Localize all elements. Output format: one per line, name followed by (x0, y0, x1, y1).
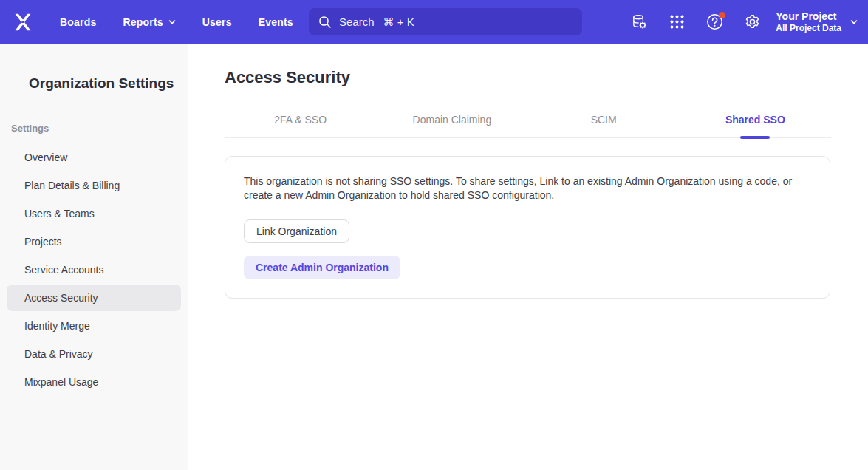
primary-nav: Boards Reports Users Events (60, 16, 293, 28)
chevron-down-icon (850, 18, 858, 26)
nav-reports-label: Reports (123, 16, 163, 28)
nav-users-label: Users (202, 16, 232, 28)
tab-2fa-sso[interactable]: 2FA & SSO (225, 114, 376, 137)
nav-users[interactable]: Users (202, 16, 232, 28)
search-shortcut: ⌘ + K (383, 16, 414, 29)
shared-sso-card: This organization is not sharing SSO set… (225, 156, 830, 299)
create-admin-organization-button[interactable]: Create Admin Organization (244, 256, 400, 279)
search-placeholder: Search (339, 16, 375, 28)
nav-events[interactable]: Events (259, 16, 293, 28)
project-meta: Your Project All Project Data (776, 10, 841, 34)
tab-domain-claiming-label: Domain Claiming (413, 114, 492, 126)
sidebar-item-identity-merge[interactable]: Identity Merge (7, 313, 181, 339)
nav-reports[interactable]: Reports (123, 16, 175, 28)
project-data-scope: All Project Data (776, 23, 841, 34)
sidebar-section-label: Settings (11, 123, 188, 134)
top-navigation-bar: Boards Reports Users Events Search ⌘ + K (0, 0, 868, 44)
mixpanel-app: Boards Reports Users Events Search ⌘ + K (0, 0, 868, 470)
link-organization-button[interactable]: Link Organization (244, 219, 349, 243)
sidebar-item-overview[interactable]: Overview (7, 144, 181, 171)
help-notification-badge (719, 12, 725, 18)
help-icon[interactable] (705, 13, 723, 31)
settings-sidebar: Organization Settings Settings Overview … (0, 44, 188, 470)
mixpanel-logo-icon[interactable] (12, 11, 34, 33)
tab-scim-label: SCIM (591, 114, 617, 126)
access-security-tabs: 2FA & SSO Domain Claiming SCIM Shared SS… (225, 114, 831, 138)
sidebar-item-projects[interactable]: Projects (7, 228, 181, 255)
sidebar-item-data-privacy[interactable]: Data & Privacy (7, 341, 181, 367)
project-name: Your Project (776, 10, 841, 23)
apps-grid-icon[interactable] (668, 13, 686, 31)
main-content: Access Security 2FA & SSO Domain Claimin… (188, 44, 868, 470)
search-icon (318, 16, 332, 29)
tab-scim[interactable]: SCIM (528, 114, 680, 137)
nav-events-label: Events (259, 16, 293, 28)
tab-domain-claiming[interactable]: Domain Claiming (376, 114, 527, 137)
page-title: Access Security (225, 68, 831, 87)
sidebar-item-access-security[interactable]: Access Security (7, 285, 181, 311)
tab-shared-sso[interactable]: Shared SSO (680, 114, 831, 137)
sidebar-item-mixpanel-usage[interactable]: Mixpanel Usage (7, 369, 181, 395)
data-management-icon[interactable] (630, 13, 648, 31)
nav-boards-label: Boards (60, 16, 96, 28)
shared-sso-description: This organization is not sharing SSO set… (244, 174, 805, 202)
chevron-down-icon (168, 18, 176, 26)
topbar-icon-group (630, 0, 761, 44)
tab-shared-sso-label: Shared SSO (725, 114, 785, 126)
sidebar-item-service-accounts[interactable]: Service Accounts (7, 256, 181, 283)
nav-boards[interactable]: Boards (60, 16, 96, 28)
search-input[interactable]: Search ⌘ + K (309, 8, 582, 35)
sidebar-title: Organization Settings (29, 75, 188, 92)
page-body: Organization Settings Settings Overview … (0, 44, 868, 470)
settings-gear-icon[interactable] (743, 13, 761, 31)
tab-2fa-sso-label: 2FA & SSO (274, 114, 327, 126)
sidebar-item-users-teams[interactable]: Users & Teams (7, 200, 181, 227)
sidebar-item-plan-details-billing[interactable]: Plan Details & Billing (7, 172, 181, 199)
project-switcher[interactable]: Your Project All Project Data (776, 0, 858, 44)
active-tab-underline (740, 136, 770, 139)
